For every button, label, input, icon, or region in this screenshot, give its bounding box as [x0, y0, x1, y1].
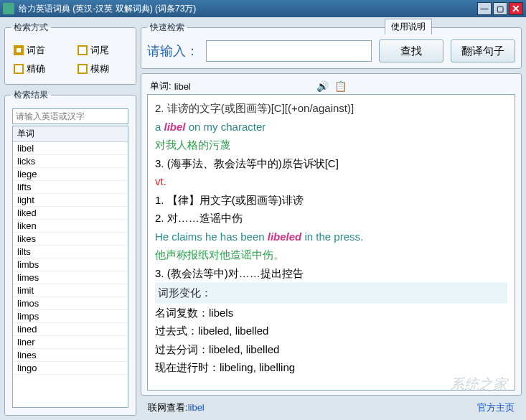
word-list-header: 单词: [13, 126, 128, 142]
instruction-tab[interactable]: 使用说明: [385, 19, 432, 34]
checkbox-icon[interactable]: [78, 45, 88, 55]
quick-search-label: 请输入：: [147, 42, 199, 60]
definition-panel: 单词: libel 🔊 📋 2. 诽谤的文字(或图画等)[C][(+on/aga…: [141, 73, 522, 396]
def-line: 过去分词：libeled, libelled: [155, 340, 507, 359]
list-item[interactable]: liked: [13, 207, 128, 220]
list-item[interactable]: lines: [13, 349, 128, 362]
mode-option[interactable]: 词尾: [78, 44, 127, 57]
results-panel: 检索结果 单词 libellicksliegeliftslightlikedli…: [4, 89, 136, 416]
def-line: a libel on my character: [155, 118, 507, 136]
quick-search-panel: 快速检索 请输入： 查找 翻译句子: [141, 22, 522, 69]
window-title: 给力英语词典 (英汉-汉英 双解词典) (词条73万): [19, 3, 477, 15]
translate-button[interactable]: 翻译句子: [451, 39, 515, 62]
mode-label: 精确: [27, 62, 45, 75]
lookup-link[interactable]: libel: [188, 402, 205, 413]
word-label: 单词:: [150, 80, 172, 93]
def-line: 现在进行时：libeling, libelling: [155, 358, 507, 377]
list-item[interactable]: lifts: [13, 181, 128, 194]
official-site-link[interactable]: 官方主页: [477, 401, 515, 414]
results-legend: 检索结果: [11, 89, 51, 101]
list-item[interactable]: limit: [13, 284, 128, 297]
mode-option[interactable]: 精确: [14, 62, 63, 75]
def-line: 1. 【律】用文字(或图画等)诽谤: [155, 191, 507, 210]
def-line: 2. 诽谤的文字(或图画等)[C][(+on/against)]: [155, 99, 507, 118]
list-item[interactable]: limos: [13, 297, 128, 310]
list-item[interactable]: light: [13, 194, 128, 207]
mode-label: 词尾: [90, 44, 109, 57]
def-line: 3. (教会法等中)对……提出控告: [155, 264, 507, 283]
mode-option[interactable]: 词首: [14, 44, 63, 57]
search-button[interactable]: 查找: [379, 39, 443, 62]
def-line: vt.: [155, 172, 507, 191]
def-line: 2. 对……造谣中伤: [155, 209, 507, 228]
def-line: He claims he has been libeled in the pre…: [155, 228, 507, 246]
list-item[interactable]: lilts: [13, 246, 128, 258]
app-icon: [3, 3, 14, 14]
def-line: 过去式：libeled, libelled: [155, 322, 507, 340]
def-line: 他声称报纸对他造谣中伤。: [155, 246, 507, 264]
list-item[interactable]: liken: [13, 220, 128, 233]
checkbox-icon[interactable]: [14, 45, 24, 55]
mode-option[interactable]: 模糊: [78, 62, 127, 75]
def-line: 对我人格的污蔑: [155, 136, 507, 154]
def-line: 名词复数：libels: [155, 304, 507, 322]
titlebar: 给力英语词典 (英汉-汉英 双解词典) (词条73万) — ▢ ✕: [0, 0, 526, 17]
list-item[interactable]: liege: [13, 168, 128, 181]
results-filter-input[interactable]: [12, 108, 128, 124]
list-item[interactable]: limes: [13, 271, 128, 284]
search-mode-panel: 检索方式 词首词尾精确模糊: [4, 22, 136, 85]
list-item[interactable]: lined: [13, 323, 128, 336]
checkbox-icon[interactable]: [78, 64, 88, 74]
list-item[interactable]: likes: [13, 233, 128, 246]
list-item[interactable]: libel: [13, 142, 128, 155]
minimize-button[interactable]: —: [477, 2, 492, 15]
def-line: 词形变化：: [155, 282, 507, 304]
list-item[interactable]: liner: [13, 336, 128, 349]
quick-search-input[interactable]: [206, 40, 372, 62]
word-list[interactable]: 单词 libellicksliegeliftslightlikedlikenli…: [12, 126, 128, 408]
mode-label: 词首: [27, 44, 45, 57]
list-item[interactable]: licks: [13, 155, 128, 168]
def-line: 3. (海事法、教会法等中的)原告诉状[C]: [155, 154, 507, 173]
list-item[interactable]: limps: [13, 310, 128, 323]
search-mode-legend: 检索方式: [11, 22, 51, 34]
list-item[interactable]: lingo: [13, 362, 128, 375]
copy-icon[interactable]: 📋: [334, 80, 347, 92]
speaker-icon[interactable]: 🔊: [316, 80, 329, 92]
list-item[interactable]: limbs: [13, 258, 128, 271]
maximize-button[interactable]: ▢: [493, 2, 507, 15]
online-lookup[interactable]: 联网查看:libel: [148, 401, 205, 414]
checkbox-icon[interactable]: [14, 64, 24, 74]
close-button[interactable]: ✕: [509, 2, 523, 15]
definition-content[interactable]: 2. 诽谤的文字(或图画等)[C][(+on/against)]a libel …: [147, 94, 515, 391]
mode-label: 模糊: [90, 62, 109, 75]
quick-search-legend: 快速检索: [147, 22, 187, 34]
